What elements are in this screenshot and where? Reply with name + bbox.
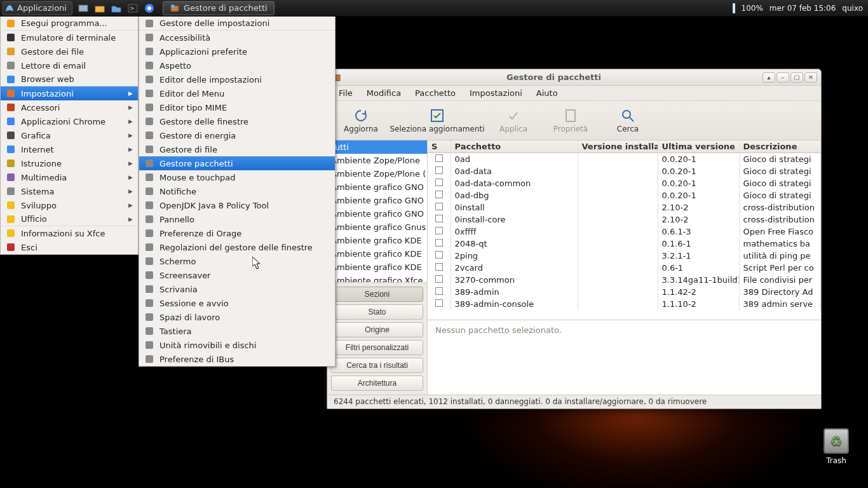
status-checkbox[interactable] bbox=[435, 263, 443, 271]
category-item[interactable]: Ambiente grafico GNO bbox=[327, 207, 427, 220]
settings-item-menu-editor[interactable]: Editor del Menu bbox=[139, 86, 335, 100]
category-item[interactable]: Ambiente grafico GNO bbox=[327, 194, 427, 207]
category-list[interactable]: TuttiAmbiente Zope/PloneAmbiente Zope/Pl… bbox=[327, 140, 427, 283]
status-checkbox[interactable] bbox=[435, 287, 443, 295]
status-checkbox[interactable] bbox=[435, 191, 443, 198]
app-menu-item-settings[interactable]: Impostazioni▶ bbox=[1, 86, 138, 100]
menu-package[interactable]: Pacchetto bbox=[409, 86, 462, 100]
settings-item-orage[interactable]: Preferenze di Orage bbox=[139, 226, 335, 240]
settings-item-settings-mgr[interactable]: Gestore delle impostazioni bbox=[139, 17, 335, 30]
taskbar-window-synaptic[interactable]: Gestore di pacchetti bbox=[163, 1, 275, 15]
app-menu-item-education[interactable]: Istruzione▶ bbox=[1, 156, 138, 170]
package-row[interactable]: 0install-core2.10-2cross-distribution bbox=[428, 214, 821, 226]
settings-item-wm-tweaks[interactable]: Regolazioni del gestore delle finestre bbox=[139, 240, 335, 254]
category-item[interactable]: Ambiente grafico Xfce bbox=[327, 274, 427, 283]
app-menu-item-internet[interactable]: Internet▶ bbox=[1, 142, 138, 156]
settings-item-keyboard[interactable]: Tastiera bbox=[139, 324, 335, 338]
app-menu-item-web[interactable]: Browser web bbox=[1, 72, 138, 86]
launcher-chrome[interactable] bbox=[142, 1, 156, 15]
minimize-button[interactable]: – bbox=[776, 72, 789, 83]
menu-edit[interactable]: Modifica bbox=[360, 86, 407, 100]
status-checkbox[interactable] bbox=[435, 299, 443, 307]
package-row[interactable]: 389-admin1.1.42-2389 Directory Ad bbox=[428, 286, 821, 298]
category-item[interactable]: Ambiente grafico Gnus bbox=[327, 220, 427, 234]
settings-item-notify[interactable]: Notifiche bbox=[139, 184, 335, 198]
filter-button-1[interactable]: Stato bbox=[331, 304, 423, 320]
category-item[interactable]: Ambiente Zope/Plone bbox=[327, 154, 427, 167]
settings-item-mime[interactable]: Editor tipo MIME bbox=[139, 100, 335, 114]
app-menu-item-multimedia[interactable]: Multimedia▶ bbox=[1, 170, 138, 184]
settings-item-removable[interactable]: Unità rimovibili e dischi bbox=[139, 338, 335, 352]
package-row[interactable]: 2048-qt0.1.6-1mathematics ba bbox=[428, 238, 821, 250]
package-row[interactable]: 2ping3.2.1-1utilità di ping pe bbox=[428, 250, 821, 262]
app-menu-item-system[interactable]: Sistema▶ bbox=[1, 184, 138, 198]
category-item[interactable]: Tutti bbox=[327, 140, 427, 154]
applications-menu-button[interactable]: Applicazioni bbox=[3, 1, 72, 15]
package-row[interactable]: 0ad-dbg0.0.20-1Gioco di strategi bbox=[428, 189, 821, 201]
package-row[interactable]: 0ad-data0.0.20-1Gioco di strategi bbox=[428, 165, 821, 177]
col-installed-version[interactable]: Versione installata bbox=[578, 140, 658, 153]
category-item[interactable]: Ambiente Zope/Plone ( bbox=[327, 167, 427, 180]
package-row[interactable]: 0ad0.0.20-1Gioco di strategi bbox=[428, 153, 821, 166]
settings-item-power[interactable]: Gestore di energia bbox=[139, 128, 335, 142]
app-menu-item-graphics[interactable]: Grafica▶ bbox=[1, 128, 138, 142]
toolbar-search[interactable]: Cerca bbox=[599, 107, 656, 135]
launcher-terminal[interactable]: > bbox=[126, 1, 140, 15]
settings-item-panel[interactable]: Pannello bbox=[139, 212, 335, 226]
package-row[interactable]: 0xffff0.6.1-3Open Free Fiasco bbox=[428, 226, 821, 238]
roll-up-button[interactable]: ▴ bbox=[763, 72, 775, 83]
filter-button-2[interactable]: Origine bbox=[331, 322, 423, 337]
settings-item-wm[interactable]: Gestore delle finestre bbox=[139, 114, 335, 128]
settings-item-workspaces[interactable]: Spazi di lavoro bbox=[139, 310, 335, 324]
filter-button-5[interactable]: Architettura bbox=[331, 376, 423, 391]
app-menu-item-files[interactable]: Gestore dei file bbox=[1, 44, 138, 58]
app-menu-item-chrome[interactable]: Applicazioni Chrome▶ bbox=[1, 114, 138, 128]
package-row[interactable]: 2vcard0.6-1Script Perl per co bbox=[428, 262, 821, 274]
menu-settings[interactable]: Impostazioni bbox=[463, 86, 529, 100]
package-table[interactable]: S Pacchetto Versione installata Ultima v… bbox=[428, 140, 821, 320]
status-checkbox[interactable] bbox=[435, 179, 443, 186]
menu-help[interactable]: Aiuto bbox=[530, 86, 564, 100]
settings-item-java[interactable]: OpenJDK Java 8 Policy Tool bbox=[139, 198, 335, 212]
category-item[interactable]: Ambiente grafico KDE bbox=[327, 261, 427, 274]
app-menu-item-accessories[interactable]: Accessori▶ bbox=[1, 100, 138, 114]
settings-item-fm[interactable]: Gestore di file bbox=[139, 142, 335, 156]
battery-indicator-icon[interactable] bbox=[733, 3, 735, 13]
menu-file[interactable]: File bbox=[332, 86, 359, 100]
category-item[interactable]: Ambiente grafico KDE bbox=[327, 247, 427, 261]
package-row[interactable]: 389-admin-console1.1.10-2389 admin serve bbox=[428, 298, 821, 310]
maximize-button[interactable]: ▢ bbox=[790, 72, 803, 83]
app-menu-item-run[interactable]: Esegui programma... bbox=[1, 17, 138, 30]
launcher-show-desktop[interactable] bbox=[76, 1, 90, 15]
col-description[interactable]: Descrizione bbox=[739, 140, 821, 153]
toolbar-mark-upgrades[interactable]: Seleziona aggiornamenti bbox=[390, 107, 485, 135]
app-menu-item-office[interactable]: Ufficio▶ bbox=[1, 212, 138, 226]
status-checkbox[interactable] bbox=[435, 166, 443, 174]
app-menu-item-dev[interactable]: Sviluppo▶ bbox=[1, 198, 138, 212]
col-status[interactable]: S bbox=[428, 140, 451, 153]
desktop-trash[interactable]: Trash bbox=[824, 428, 849, 465]
launcher-files[interactable] bbox=[109, 1, 123, 15]
package-row[interactable]: 3270-common3.3.14ga11-1build1File condiv… bbox=[428, 274, 821, 286]
col-package[interactable]: Pacchetto bbox=[451, 140, 578, 153]
status-checkbox[interactable] bbox=[435, 275, 443, 283]
user-name[interactable]: quixo bbox=[842, 4, 863, 13]
settings-item-settings-editor[interactable]: Editor delle impostazioni bbox=[139, 72, 335, 86]
package-row[interactable]: 0install2.10-2cross-distribution bbox=[428, 201, 821, 214]
col-latest-version[interactable]: Ultima versione bbox=[658, 140, 739, 153]
status-checkbox[interactable] bbox=[435, 227, 443, 234]
clock[interactable]: mer 07 feb 15:06 bbox=[770, 4, 836, 13]
settings-item-a11y[interactable]: Accessibilità bbox=[139, 30, 335, 44]
settings-item-desktop[interactable]: Scrivania bbox=[139, 282, 335, 296]
settings-item-mouse[interactable]: Mouse e touchpad bbox=[139, 170, 335, 184]
app-menu-item-terminal[interactable]: Emulatore di terminale bbox=[1, 30, 138, 44]
settings-item-display[interactable]: Schermo bbox=[139, 254, 335, 268]
close-button[interactable]: ✕ bbox=[804, 72, 817, 83]
filter-button-0[interactable]: Sezioni bbox=[331, 287, 423, 302]
launcher-file-manager[interactable] bbox=[93, 1, 107, 15]
status-checkbox[interactable] bbox=[435, 239, 443, 247]
settings-item-appearance[interactable]: Aspetto bbox=[139, 58, 335, 72]
toolbar-reload[interactable]: Aggiorna bbox=[332, 107, 390, 135]
status-checkbox[interactable] bbox=[435, 203, 443, 210]
filter-button-4[interactable]: Cerca tra i risultati bbox=[331, 358, 423, 373]
